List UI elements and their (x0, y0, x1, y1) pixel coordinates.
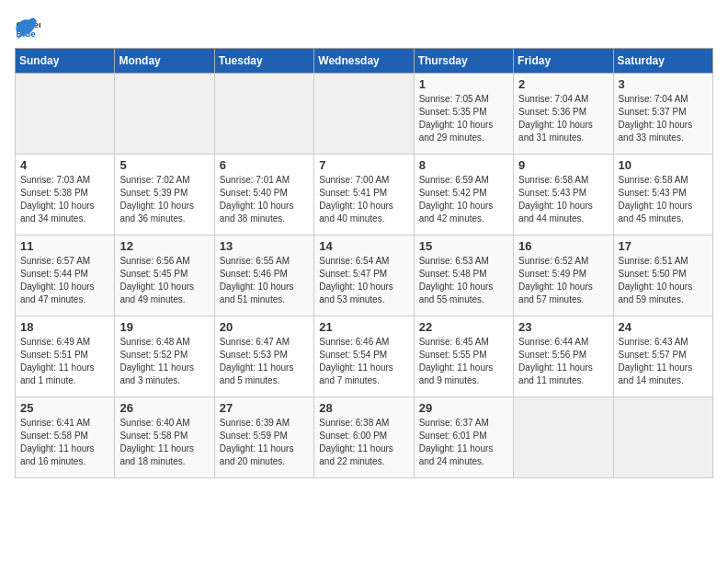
calendar-cell: 17Sunrise: 6:51 AMSunset: 5:50 PMDayligh… (613, 236, 712, 316)
day-info: Sunrise: 7:04 AMSunset: 5:37 PMDaylight:… (619, 93, 708, 144)
day-info: Sunrise: 6:46 AMSunset: 5:54 PMDaylight:… (319, 336, 408, 387)
calendar-cell: 15Sunrise: 6:53 AMSunset: 5:48 PMDayligh… (414, 236, 513, 316)
day-number: 28 (319, 401, 408, 415)
day-info: Sunrise: 6:41 AMSunset: 5:58 PMDaylight:… (20, 417, 109, 468)
calendar-cell: 23Sunrise: 6:44 AMSunset: 5:56 PMDayligh… (514, 316, 613, 397)
weekday-header-wednesday: Wednesday (314, 49, 414, 74)
day-number: 15 (419, 239, 508, 253)
day-info: Sunrise: 7:01 AMSunset: 5:40 PMDaylight:… (220, 174, 309, 225)
day-info: Sunrise: 7:03 AMSunset: 5:38 PMDaylight:… (20, 174, 109, 225)
calendar-cell: 12Sunrise: 6:56 AMSunset: 5:45 PMDayligh… (115, 236, 214, 316)
day-info: Sunrise: 6:55 AMSunset: 5:46 PMDaylight:… (220, 255, 309, 306)
day-info: Sunrise: 7:05 AMSunset: 5:35 PMDaylight:… (419, 93, 508, 144)
week-row-4: 18Sunrise: 6:49 AMSunset: 5:51 PMDayligh… (16, 316, 713, 397)
day-number: 3 (619, 77, 708, 91)
day-info: Sunrise: 6:51 AMSunset: 5:50 PMDaylight:… (619, 255, 708, 306)
day-number: 2 (518, 77, 608, 91)
day-number: 23 (518, 320, 608, 334)
day-info: Sunrise: 7:00 AMSunset: 5:41 PMDaylight:… (319, 174, 408, 225)
day-number: 26 (119, 401, 209, 415)
day-info: Sunrise: 6:57 AMSunset: 5:44 PMDaylight:… (20, 255, 109, 306)
calendar-cell: 22Sunrise: 6:45 AMSunset: 5:55 PMDayligh… (414, 316, 513, 397)
day-info: Sunrise: 6:52 AMSunset: 5:49 PMDaylight:… (518, 255, 608, 306)
day-number: 29 (419, 401, 508, 415)
week-row-1: 1Sunrise: 7:05 AMSunset: 5:35 PMDaylight… (16, 74, 713, 155)
week-row-2: 4Sunrise: 7:03 AMSunset: 5:38 PMDaylight… (16, 155, 713, 236)
day-number: 18 (20, 320, 109, 334)
day-info: Sunrise: 6:49 AMSunset: 5:51 PMDaylight:… (20, 336, 109, 387)
calendar-cell: 13Sunrise: 6:55 AMSunset: 5:46 PMDayligh… (214, 236, 313, 316)
day-number: 10 (619, 158, 708, 172)
weekday-header-row: SundayMondayTuesdayWednesdayThursdayFrid… (16, 49, 713, 74)
day-number: 13 (220, 239, 309, 253)
day-number: 9 (518, 158, 608, 172)
day-number: 19 (119, 320, 209, 334)
day-info: Sunrise: 6:59 AMSunset: 5:42 PMDaylight:… (419, 174, 508, 225)
logo-icon: General Blue (15, 15, 40, 40)
calendar-cell: 2Sunrise: 7:04 AMSunset: 5:36 PMDaylight… (514, 74, 613, 155)
weekday-header-monday: Monday (115, 49, 214, 74)
weekday-header-friday: Friday (514, 49, 613, 74)
calendar-cell: 6Sunrise: 7:01 AMSunset: 5:40 PMDaylight… (214, 155, 313, 236)
day-number: 25 (20, 401, 109, 415)
day-number: 11 (20, 239, 109, 253)
weekday-header-sunday: Sunday (16, 49, 115, 74)
day-number: 7 (319, 158, 408, 172)
calendar-cell: 9Sunrise: 6:58 AMSunset: 5:43 PMDaylight… (514, 155, 613, 236)
calendar-cell: 29Sunrise: 6:37 AMSunset: 6:01 PMDayligh… (414, 397, 513, 478)
calendar-cell (613, 397, 712, 478)
weekday-header-saturday: Saturday (613, 49, 712, 74)
weekday-header-tuesday: Tuesday (214, 49, 313, 74)
day-number: 6 (220, 158, 309, 172)
calendar-cell: 5Sunrise: 7:02 AMSunset: 5:39 PMDaylight… (115, 155, 214, 236)
day-number: 27 (220, 401, 309, 415)
calendar-cell: 11Sunrise: 6:57 AMSunset: 5:44 PMDayligh… (16, 236, 115, 316)
day-number: 4 (20, 158, 109, 172)
day-info: Sunrise: 6:39 AMSunset: 5:59 PMDaylight:… (220, 417, 309, 468)
calendar-cell: 1Sunrise: 7:05 AMSunset: 5:35 PMDaylight… (414, 74, 513, 155)
logo: General Blue (15, 15, 40, 40)
day-info: Sunrise: 7:02 AMSunset: 5:39 PMDaylight:… (119, 174, 209, 225)
week-row-3: 11Sunrise: 6:57 AMSunset: 5:44 PMDayligh… (16, 236, 713, 316)
day-info: Sunrise: 6:58 AMSunset: 5:43 PMDaylight:… (619, 174, 708, 225)
calendar-cell: 4Sunrise: 7:03 AMSunset: 5:38 PMDaylight… (16, 155, 115, 236)
day-number: 16 (518, 239, 608, 253)
calendar-cell: 7Sunrise: 7:00 AMSunset: 5:41 PMDaylight… (314, 155, 414, 236)
calendar-cell: 20Sunrise: 6:47 AMSunset: 5:53 PMDayligh… (214, 316, 313, 397)
day-number: 5 (119, 158, 209, 172)
calendar-cell (514, 397, 613, 478)
header: General Blue (15, 15, 713, 40)
weekday-header-thursday: Thursday (414, 49, 513, 74)
day-info: Sunrise: 6:40 AMSunset: 5:58 PMDaylight:… (119, 417, 209, 468)
calendar-cell: 19Sunrise: 6:48 AMSunset: 5:52 PMDayligh… (115, 316, 214, 397)
day-info: Sunrise: 6:56 AMSunset: 5:45 PMDaylight:… (119, 255, 209, 306)
day-info: Sunrise: 6:37 AMSunset: 6:01 PMDaylight:… (419, 417, 508, 468)
day-info: Sunrise: 6:47 AMSunset: 5:53 PMDaylight:… (220, 336, 309, 387)
day-number: 1 (419, 77, 508, 91)
calendar-cell: 16Sunrise: 6:52 AMSunset: 5:49 PMDayligh… (514, 236, 613, 316)
calendar-cell (16, 74, 115, 155)
calendar-cell (314, 74, 414, 155)
day-info: Sunrise: 6:44 AMSunset: 5:56 PMDaylight:… (518, 336, 608, 387)
calendar-table: SundayMondayTuesdayWednesdayThursdayFrid… (15, 48, 713, 478)
calendar-cell: 21Sunrise: 6:46 AMSunset: 5:54 PMDayligh… (314, 316, 414, 397)
calendar-cell (115, 74, 214, 155)
calendar-cell: 25Sunrise: 6:41 AMSunset: 5:58 PMDayligh… (16, 397, 115, 478)
day-info: Sunrise: 7:04 AMSunset: 5:36 PMDaylight:… (518, 93, 608, 144)
day-number: 21 (319, 320, 408, 334)
day-number: 17 (619, 239, 708, 253)
day-info: Sunrise: 6:38 AMSunset: 6:00 PMDaylight:… (319, 417, 408, 468)
calendar-cell: 10Sunrise: 6:58 AMSunset: 5:43 PMDayligh… (613, 155, 712, 236)
day-info: Sunrise: 6:58 AMSunset: 5:43 PMDaylight:… (518, 174, 608, 225)
calendar-cell: 27Sunrise: 6:39 AMSunset: 5:59 PMDayligh… (214, 397, 313, 478)
calendar-cell: 18Sunrise: 6:49 AMSunset: 5:51 PMDayligh… (16, 316, 115, 397)
day-info: Sunrise: 6:53 AMSunset: 5:48 PMDaylight:… (419, 255, 508, 306)
day-info: Sunrise: 6:54 AMSunset: 5:47 PMDaylight:… (319, 255, 408, 306)
day-info: Sunrise: 6:43 AMSunset: 5:57 PMDaylight:… (619, 336, 708, 387)
day-number: 14 (319, 239, 408, 253)
day-number: 20 (220, 320, 309, 334)
calendar-cell: 28Sunrise: 6:38 AMSunset: 6:00 PMDayligh… (314, 397, 414, 478)
calendar-cell: 8Sunrise: 6:59 AMSunset: 5:42 PMDaylight… (414, 155, 513, 236)
day-number: 24 (619, 320, 708, 334)
calendar-cell: 3Sunrise: 7:04 AMSunset: 5:37 PMDaylight… (613, 74, 712, 155)
